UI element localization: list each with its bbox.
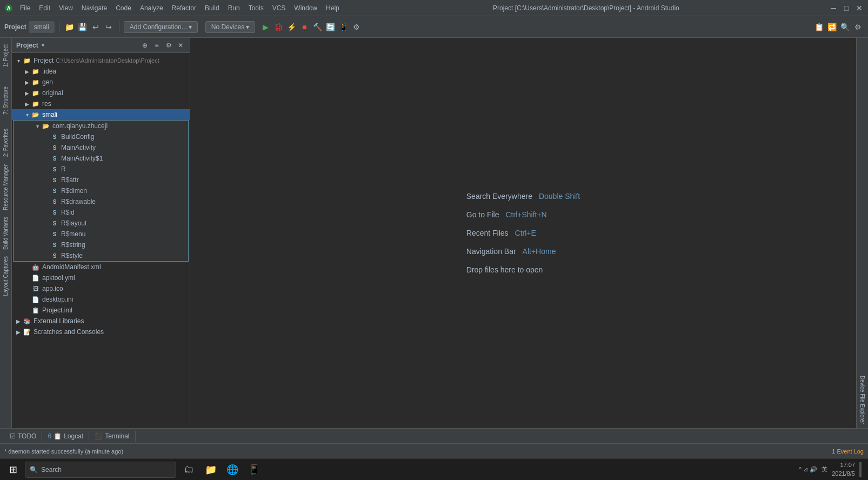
toolbar-icon-2[interactable]: 💾 xyxy=(77,21,89,33)
panel-title-arrow[interactable]: ▾ xyxy=(42,42,44,48)
taskbar-app-android[interactable]: 📱 xyxy=(244,460,264,479)
tree-item-idea[interactable]: ▶ 📁 .idea xyxy=(12,66,190,77)
maximize-button[interactable]: □ xyxy=(842,4,851,12)
strip-project[interactable]: 1: Project xyxy=(2,40,10,71)
bc-label: BuildConfig xyxy=(61,133,94,141)
panel-settings-icon[interactable]: ⚙ xyxy=(164,41,173,50)
settings-icon[interactable]: ⚙ xyxy=(852,21,864,33)
menu-code[interactable]: Code xyxy=(112,3,135,13)
strip-layout-captures[interactable]: Layout Captures xyxy=(2,253,10,299)
toolbar-icon-1[interactable]: 📁 xyxy=(64,21,76,33)
tree-item-desktopini[interactable]: ▶ 📄 desktop.ini xyxy=(12,294,190,305)
tree-item-Rid[interactable]: ▶ S R$id xyxy=(14,207,188,218)
toolbar-actions: 📁 💾 ↩ ↪ xyxy=(64,21,115,33)
toolbar-icon-4[interactable]: ↪ xyxy=(103,21,115,33)
event-log-button[interactable]: 1 Event Log xyxy=(832,448,864,455)
build-button[interactable]: 🔨 xyxy=(311,21,323,33)
no-devices-button[interactable]: No Devices ▾ xyxy=(205,21,255,33)
recent-files-row: Recent Files Ctrl+E xyxy=(466,229,580,237)
menu-tools[interactable]: Tools xyxy=(245,3,268,13)
sdk-button[interactable]: ⚙ xyxy=(350,21,362,33)
search-everywhere-row: Search Everywhere Double Shift xyxy=(466,192,580,201)
avd-button[interactable]: 📱 xyxy=(337,21,349,33)
taskbar-app-chrome[interactable]: 🌐 xyxy=(223,460,242,479)
close-button[interactable]: ✕ xyxy=(855,4,864,12)
menu-file[interactable]: File xyxy=(16,3,34,13)
strip-favorites[interactable]: 2: Favorites xyxy=(2,124,10,161)
tree-item-smali[interactable]: ▾ 📂 smali xyxy=(12,109,190,120)
add-configuration-button[interactable]: Add Configuration... ▾ xyxy=(124,21,198,33)
file-tree: ▾ 📁 Project C:\Users\Administrator\Deskt… xyxy=(12,53,190,428)
terminal-label: Terminal xyxy=(105,432,129,440)
taskbar-right: ^ ⊿ 🔊 英 17:07 2021/8/5 xyxy=(799,461,866,478)
tab-logcat[interactable]: 6 📋 Logcat xyxy=(42,431,89,442)
tree-item-Rattr[interactable]: ▶ S R$attr xyxy=(14,175,188,185)
tree-item-extlibs[interactable]: ▶ 📚 External Libraries xyxy=(12,316,190,326)
menu-view[interactable]: View xyxy=(55,3,77,13)
menu-edit[interactable]: Edit xyxy=(35,3,54,13)
tree-item-manifest[interactable]: ▶ 🤖 AndroidManifest.xml xyxy=(12,262,190,272)
sync-button[interactable]: 🔄 xyxy=(324,21,336,33)
start-button[interactable]: ⊞ xyxy=(2,460,24,479)
right-strip: Device File Explorer xyxy=(856,38,868,428)
toolbar-left: Project smali xyxy=(4,21,55,33)
profile-button[interactable]: ⚡ xyxy=(285,21,297,33)
tab-todo[interactable]: ☑ TODO xyxy=(4,431,42,442)
run-button[interactable]: ▶ xyxy=(259,21,271,33)
tree-item-Rstyle[interactable]: ▶ S R$style xyxy=(14,250,188,261)
menu-build[interactable]: Build xyxy=(201,3,223,13)
tree-item-original[interactable]: ▶ 📁 original xyxy=(12,88,190,98)
device-file-explorer-strip[interactable]: Device File Explorer xyxy=(858,371,866,428)
tree-item-apktool[interactable]: ▶ 📄 apktool.yml xyxy=(12,272,190,283)
tree-item-Rlayout[interactable]: ▶ S R$layout xyxy=(14,218,188,229)
menu-analyze[interactable]: Analyze xyxy=(136,3,167,13)
tree-item-mainactivity[interactable]: ▶ S MainActivity xyxy=(14,142,188,153)
tree-item-mainactivity1[interactable]: ▶ S MainActivity$1 xyxy=(14,153,188,164)
sync-project-icon[interactable]: 🔁 xyxy=(826,21,838,33)
debug-button[interactable]: 🐞 xyxy=(272,21,284,33)
panel-locate-icon[interactable]: ⊕ xyxy=(140,41,150,50)
show-desktop-button[interactable] xyxy=(859,462,862,477)
tree-item-R[interactable]: ▶ S R xyxy=(14,164,188,175)
main-area: 1: Project 7: Structure 2: Favorites Res… xyxy=(0,38,868,428)
taskbar-app-explorer[interactable]: 🗂 xyxy=(179,460,199,479)
panel-collapse-icon[interactable]: ≡ xyxy=(152,41,162,50)
strip-structure[interactable]: 7: Structure xyxy=(2,82,10,119)
com-arrow: ▾ xyxy=(33,123,42,129)
tree-item-projectiml[interactable]: ▶ 📋 Project.iml xyxy=(12,305,190,316)
tree-item-Rdimen[interactable]: ▶ S R$dimen xyxy=(14,185,188,196)
taskbar-tray-icons: ^ ⊿ 🔊 xyxy=(799,466,817,473)
status-message: * daemon started successfully (a minute … xyxy=(4,448,123,455)
tree-item-Rdrawable[interactable]: ▶ S R$drawable xyxy=(14,196,188,207)
tree-item-gen[interactable]: ▶ 📁 gen xyxy=(12,77,190,88)
device-manager-icon[interactable]: 📋 xyxy=(813,21,825,33)
tree-item-scratches[interactable]: ▶ 📝 Scratches and Consoles xyxy=(12,326,190,337)
stop-button[interactable]: ■ xyxy=(298,21,310,33)
menu-vcs[interactable]: VCS xyxy=(269,3,290,13)
menu-window[interactable]: Window xyxy=(290,3,321,13)
taskbar-search[interactable]: 🔍 Search xyxy=(25,462,176,478)
project-tab[interactable]: smali xyxy=(29,21,55,33)
panel-close-icon[interactable]: ✕ xyxy=(176,41,185,50)
strip-resource-manager[interactable]: Resource Manager xyxy=(2,161,10,214)
tree-item-res[interactable]: ▶ 📁 res xyxy=(12,98,190,109)
tree-item-appico[interactable]: ▶ 🖼 app.ico xyxy=(12,283,190,294)
taskbar-app-folder[interactable]: 📁 xyxy=(201,460,221,479)
tree-item-Rstring[interactable]: ▶ S R$string xyxy=(14,239,188,250)
search-everywhere-icon[interactable]: 🔍 xyxy=(839,21,851,33)
idea-label: .idea xyxy=(42,68,56,75)
menu-run[interactable]: Run xyxy=(224,3,244,13)
tree-root[interactable]: ▾ 📁 Project C:\Users\Administrator\Deskt… xyxy=(12,55,190,66)
minimize-button[interactable]: ─ xyxy=(829,4,838,12)
menu-navigate[interactable]: Navigate xyxy=(78,3,111,13)
tree-item-Rmenu[interactable]: ▶ S R$menu xyxy=(14,229,188,239)
menu-help[interactable]: Help xyxy=(322,3,343,13)
tree-item-buildconfig[interactable]: ▶ S BuildConfig xyxy=(14,131,188,142)
toolbar-icon-3[interactable]: ↩ xyxy=(90,21,102,33)
strip-build-variants[interactable]: Build Variants xyxy=(2,214,10,253)
Rattr-icon: S xyxy=(50,176,59,184)
menu-refactor[interactable]: Refactor xyxy=(168,3,200,13)
tree-item-com[interactable]: ▾ 📂 com.qianyu.zhuceji xyxy=(14,121,188,131)
tab-terminal[interactable]: ⬛ Terminal xyxy=(89,431,135,442)
extlibs-arrow: ▶ xyxy=(14,318,23,324)
